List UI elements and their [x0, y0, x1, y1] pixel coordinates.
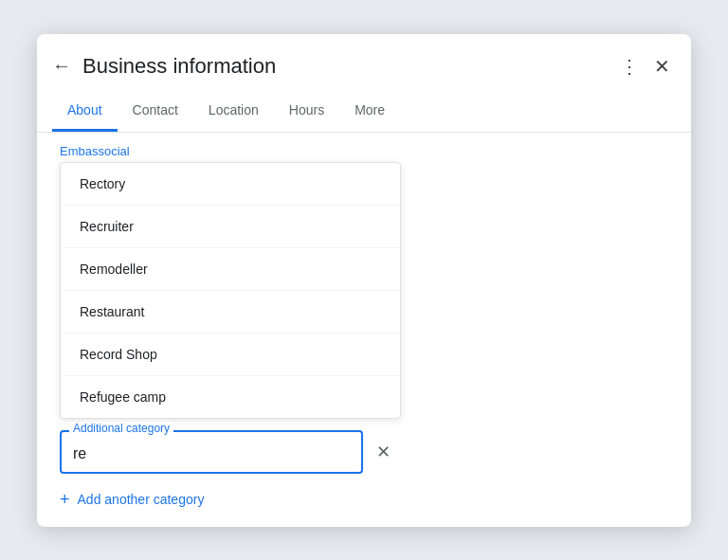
add-category-label: Add another category	[78, 492, 205, 507]
modal-body: Embassocial Rectory Recruiter Remodeller…	[37, 133, 691, 523]
back-icon: ←	[52, 55, 71, 77]
modal-header: ← Business information ⋮ ✕	[37, 34, 691, 83]
close-button[interactable]: ✕	[648, 49, 676, 83]
plus-icon: +	[60, 491, 70, 508]
additional-category-input-wrapper: Additional category	[60, 430, 363, 474]
category-dropdown-list: Rectory Recruiter Remodeller Restaurant …	[60, 162, 401, 419]
modal-title: Business information	[82, 54, 614, 79]
list-item[interactable]: Restaurant	[61, 291, 400, 334]
additional-category-row: Additional category ✕	[60, 430, 668, 474]
list-item[interactable]: Remodeller	[61, 248, 400, 291]
clear-icon: ✕	[376, 442, 391, 462]
list-item[interactable]: Rectory	[61, 163, 400, 206]
tab-contact[interactable]: Contact	[118, 91, 193, 132]
header-actions: ⋮ ✕	[614, 49, 676, 83]
close-icon: ✕	[654, 55, 670, 78]
tab-about[interactable]: About	[52, 91, 118, 132]
more-options-button[interactable]: ⋮	[614, 49, 645, 83]
back-button[interactable]: ←	[52, 51, 79, 81]
tab-hours[interactable]: Hours	[274, 91, 339, 132]
tab-bar: About Contact Location Hours More	[37, 91, 691, 133]
list-item[interactable]: Refugee camp	[61, 376, 400, 418]
list-item[interactable]: Record Shop	[61, 334, 400, 376]
tab-location[interactable]: Location	[193, 91, 274, 132]
top-category-label: Embassocial	[37, 133, 691, 162]
tab-more[interactable]: More	[339, 91, 400, 132]
business-info-modal: ← Business information ⋮ ✕ About Contact…	[37, 34, 691, 527]
clear-input-button[interactable]: ✕	[371, 436, 396, 468]
list-item[interactable]: Recruiter	[61, 206, 400, 248]
add-another-category-button[interactable]: + Add another category	[37, 474, 691, 515]
additional-category-input[interactable]	[60, 430, 363, 474]
input-label: Additional category	[69, 422, 173, 435]
more-icon: ⋮	[620, 55, 639, 78]
